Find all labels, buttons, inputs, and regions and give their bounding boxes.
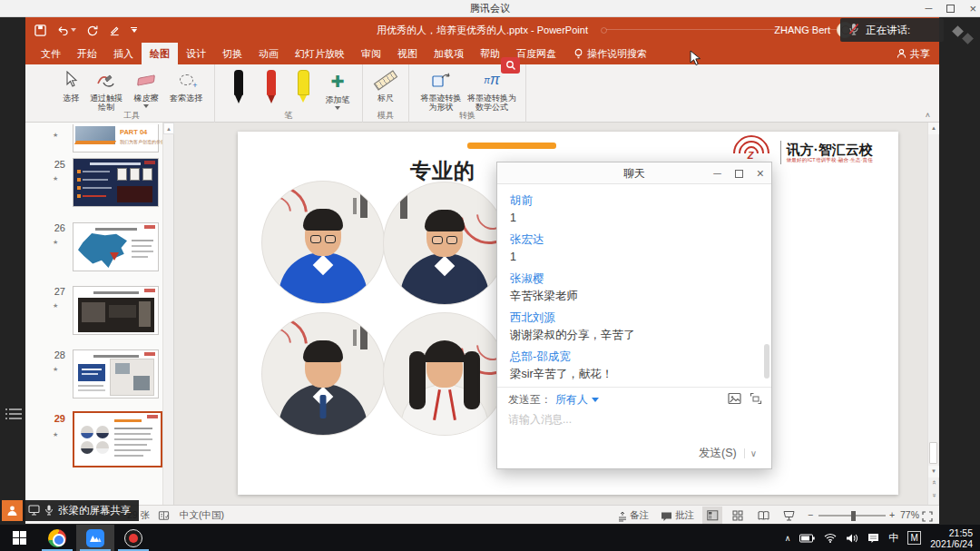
normal-view-button[interactable] [702, 507, 722, 524]
ribbon-tab-view[interactable]: 视图 [389, 43, 426, 64]
tray-chevron-icon[interactable]: ∧ [785, 534, 791, 543]
thumb-brandmark [144, 352, 155, 356]
scrollbar-thumb[interactable] [929, 442, 937, 464]
animation-star-25[interactable]: ★ [53, 175, 65, 182]
ribbon-tab-insert[interactable]: 插入 [105, 43, 142, 64]
slide-sorter-button[interactable] [728, 507, 748, 524]
thumbnail-scroll-up-icon[interactable]: ▲ [163, 123, 174, 134]
undo-dropdown-caret[interactable] [71, 28, 76, 32]
slide-thumbnail-28[interactable] [73, 349, 159, 398]
eraser-dropdown-caret[interactable] [143, 104, 149, 108]
comments-label[interactable]: 批注 [675, 506, 694, 525]
animation-star-29[interactable]: ★ [53, 431, 65, 438]
window-close-button[interactable]: × [969, 0, 976, 17]
chat-input[interactable] [508, 412, 760, 439]
start-button[interactable] [0, 525, 38, 551]
tell-me-search[interactable]: 操作说明搜索 [564, 43, 656, 64]
collapse-ribbon-button[interactable]: ˄ [926, 111, 930, 120]
screen-share-icon[interactable] [28, 505, 40, 517]
notification-icon[interactable] [867, 533, 879, 544]
wifi-icon[interactable] [824, 533, 837, 543]
scroll-up-icon[interactable]: ▲ [928, 123, 939, 134]
draw-with-touch-button[interactable]: 通过触摸绘制 [86, 68, 126, 112]
undo-icon[interactable] [56, 25, 76, 36]
language-status[interactable]: 中文(中国) [180, 506, 224, 525]
scroll-down-icon[interactable]: ▼ [928, 466, 939, 477]
add-pen-button[interactable]: ✚ 添加笔 [321, 70, 354, 110]
ribbon-tab-transitions[interactable]: 切换 [214, 43, 250, 64]
members-button[interactable] [2, 500, 23, 521]
select-tool-button[interactable]: 选择 [57, 68, 84, 103]
thumbnail-scrollbar[interactable]: ▲ [162, 123, 173, 505]
chrome-taskbar-app[interactable] [38, 525, 76, 551]
yellow-highlighter-button[interactable] [290, 70, 318, 112]
previous-slide-button[interactable]: « [930, 477, 938, 488]
ribbon-tab-addins[interactable]: 加载项 [426, 43, 472, 64]
animation-star-26[interactable]: ★ [53, 239, 65, 246]
ribbon-tab-home[interactable]: 开始 [69, 43, 105, 64]
zoom-slider[interactable] [818, 515, 886, 517]
ribbon-tab-review[interactable]: 审阅 [353, 43, 389, 64]
meeting-side-menu-icon[interactable] [5, 408, 22, 422]
slide-thumbnail-25[interactable] [73, 158, 159, 207]
ribbon-tab-slideshow[interactable]: 幻灯片放映 [287, 43, 353, 64]
customize-qat-caret[interactable] [131, 27, 137, 33]
zoom-out-button[interactable]: − [808, 506, 813, 525]
share-button[interactable]: 共享 [897, 43, 930, 64]
ime-language-indicator[interactable]: 中 [888, 531, 898, 545]
save-icon[interactable] [34, 25, 46, 36]
ribbon-tab-design[interactable]: 设计 [178, 43, 214, 64]
chat-close-button[interactable]: × [757, 166, 764, 181]
eraser-button[interactable]: 橡皮擦 [128, 68, 164, 108]
chat-maximize-button[interactable] [735, 170, 743, 178]
chat-minimize-button[interactable]: ─ [713, 167, 721, 180]
slideshow-view-button[interactable] [779, 507, 799, 524]
slide-scrollbar[interactable]: ▲ ▼ « « [927, 123, 938, 505]
send-image-icon[interactable] [728, 392, 741, 408]
window-maximize-button[interactable] [946, 5, 955, 13]
mic-icon[interactable] [44, 505, 54, 517]
ribbon-tab-file[interactable]: 文件 [33, 43, 69, 64]
ime-mode-indicator[interactable]: M [907, 531, 921, 545]
ink-to-shape-button[interactable]: 将墨迹转换为形状 [417, 68, 465, 112]
zoom-in-button[interactable]: + [889, 506, 895, 525]
recorder-taskbar-app[interactable] [114, 525, 152, 551]
ink-to-math-button[interactable]: ππ 将墨迹转换为数学公式 [466, 68, 517, 112]
ruler-button[interactable]: 标尺 [371, 68, 400, 103]
tencent-meeting-taskbar-app[interactable] [76, 525, 114, 551]
animation-star-24[interactable]: ★ [53, 132, 65, 139]
send-options-caret[interactable]: ∨ [744, 448, 762, 458]
redo-icon[interactable] [86, 25, 98, 36]
animation-star-27[interactable]: ★ [53, 302, 65, 310]
ribbon-tab-draw[interactable]: 绘图 [142, 43, 178, 64]
volume-icon[interactable] [846, 533, 858, 544]
window-minimize-button[interactable]: ─ [926, 0, 933, 17]
send-button[interactable]: 发送(S) [699, 446, 737, 461]
chat-header[interactable]: 聊天 ─ × [497, 162, 771, 184]
reading-view-button[interactable] [753, 507, 773, 524]
draw-mode-icon[interactable] [108, 25, 121, 36]
taskbar-clock[interactable]: 21:55 2021/6/24 [930, 527, 973, 549]
send-to-dropdown[interactable]: 所有人 [555, 392, 588, 408]
red-pen-button[interactable] [258, 70, 285, 112]
slide-thumbnail-27[interactable] [73, 286, 159, 335]
next-slide-button[interactable]: « [930, 490, 938, 501]
slide-thumbnail-26[interactable] [73, 222, 159, 271]
slide-thumbnail-29-selected[interactable] [73, 411, 162, 467]
chat-scrollbar-thumb[interactable] [764, 344, 769, 379]
battery-icon[interactable] [799, 534, 815, 543]
send-to-caret-icon[interactable] [592, 398, 599, 402]
screenshot-icon[interactable] [750, 392, 762, 408]
ribbon-tab-animations[interactable]: 动画 [250, 43, 287, 64]
zoom-slider-thumb[interactable] [851, 511, 856, 521]
animation-star-28[interactable]: ★ [53, 366, 65, 373]
cursor-icon [64, 68, 78, 92]
black-pen-button[interactable] [225, 70, 252, 112]
slide-thumbnail-24-partial[interactable]: PART 04 我们为客户创造的价值 [73, 124, 159, 153]
notes-label[interactable]: 备注 [630, 506, 649, 525]
thumb-number-27: 27 [38, 286, 65, 297]
floating-search-badge[interactable] [501, 57, 520, 74]
zoom-percent[interactable]: 77% [900, 506, 919, 525]
chat-message-list[interactable]: 胡前 1 张宏达 1 张淑樱 辛苦张梁老师 西北刘源 谢谢梁叔的分享，辛苦了 总… [497, 184, 771, 387]
lasso-select-button[interactable]: 套索选择 [166, 68, 206, 103]
